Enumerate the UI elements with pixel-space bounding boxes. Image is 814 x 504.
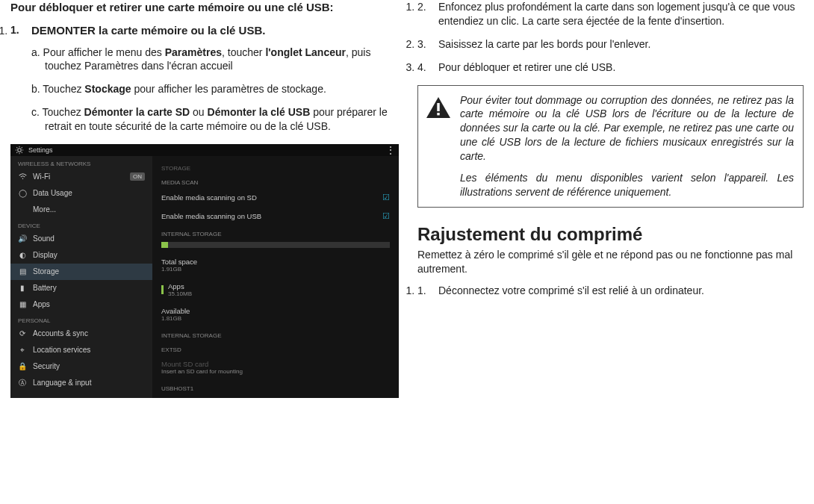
step-3: Saisissez la carte par les bords pour l'…	[417, 37, 804, 52]
sidebar-item-battery[interactable]: ▮ Battery	[10, 280, 152, 296]
sound-icon: 🔊	[18, 234, 27, 243]
left-column: Pour débloquer et retirer une carte mémo…	[0, 0, 407, 504]
svg-point-1	[22, 178, 22, 179]
wifi-toggle[interactable]: ON	[130, 172, 145, 181]
svg-rect-3	[437, 113, 439, 115]
lock-icon: 🔒	[18, 362, 27, 371]
row-scan-sd[interactable]: Enable media scanning on SD ☑	[161, 189, 390, 206]
reset-step-1: Déconnectez votre comprimé s'il est reli…	[417, 284, 804, 298]
wifi-icon	[18, 172, 27, 181]
sidebar-item-wifi[interactable]: Wi-Fi ON	[10, 169, 152, 185]
sub-b: b. Touchez Stockage pour afficher les pa…	[31, 82, 389, 96]
left-title: Pour débloquer et retirer une carte mémo…	[10, 0, 389, 15]
row-mount: Mount SD card Insert an SD card for moun…	[161, 356, 390, 379]
shot-panel: Storage MEDIA SCAN Enable media scanning…	[152, 156, 399, 398]
sync-icon: ⟳	[18, 329, 27, 338]
panel-header-extsd: EXTSD	[161, 342, 390, 355]
reset-steps: Déconnectez votre comprimé s'il est reli…	[417, 284, 804, 298]
checkbox-icon[interactable]: ☑	[382, 193, 390, 202]
panel-header-usbhost: USBHOST1	[161, 381, 390, 393]
step-4: Pour débloquer et retirer une clé USB.	[417, 60, 804, 75]
panel-header-storage: Storage	[161, 161, 390, 173]
warning-text-1: Pour éviter tout dommage ou corruption d…	[460, 93, 794, 164]
sidebar-item-apps[interactable]: ▦ Apps	[10, 296, 152, 313]
overflow-icon[interactable]: ⋮	[385, 144, 394, 156]
shot-sidebar: WIRELESS & NETWORKS Wi-Fi ON ◯ Data Usag…	[10, 156, 152, 398]
panel-header-media: MEDIA SCAN	[161, 175, 390, 187]
storage-icon: ▤	[18, 267, 27, 276]
apps-color-icon	[161, 285, 164, 294]
sidebar-item-security[interactable]: 🔒 Security	[10, 358, 152, 375]
sidebar-item-sound[interactable]: 🔊 Sound	[10, 231, 152, 247]
apps-icon: ▦	[18, 300, 27, 309]
section-title: Rajustement du comprimé	[417, 224, 804, 245]
sb-header-personal: PERSONAL	[10, 313, 152, 326]
panel-header-internal: INTERNAL STORAGE	[161, 226, 390, 239]
sidebar-item-accounts[interactable]: ⟳ Accounts & sync	[10, 326, 152, 342]
step-1-text: DEMONTER la carte mémoire ou la clé USB.	[31, 24, 265, 37]
warning-text-2: Les éléments du menu disponibles varient…	[460, 171, 794, 199]
sub-c: c. Touchez Démonter la carte SD ou Démon…	[31, 105, 389, 134]
step-2: Enfoncez plus profondément la carte dans…	[417, 0, 804, 28]
shot-title: Settings	[28, 146, 53, 154]
battery-icon: ▮	[18, 284, 27, 293]
checkbox-icon[interactable]: ☑	[382, 211, 390, 221]
sidebar-item-storage[interactable]: ▤ Storage	[10, 264, 152, 280]
data-icon: ◯	[18, 189, 27, 198]
settings-screenshot: Settings ⋮ WIRELESS & NETWORKS Wi-Fi ON …	[10, 144, 399, 376]
location-icon: ⌖	[18, 346, 27, 355]
sub-steps: a. Pour afficher le menu des Paramètres,…	[31, 46, 389, 134]
right-steps: Enfoncez plus profondément la carte dans…	[417, 0, 804, 75]
sidebar-item-language[interactable]: Ⓐ Language & input	[10, 375, 152, 391]
row-scan-usb[interactable]: Enable media scanning on USB ☑	[161, 208, 390, 225]
shot-titlebar: Settings ⋮	[10, 144, 399, 156]
step-1: DEMONTER la carte mémoire ou la clé USB.…	[10, 24, 389, 134]
gear-icon	[15, 146, 24, 155]
sidebar-item-data[interactable]: ◯ Data Usage	[10, 185, 152, 202]
sb-header-device: DEVICE	[10, 218, 152, 231]
sb-header-wireless: WIRELESS & NETWORKS	[10, 156, 152, 169]
row-apps[interactable]: Apps 35.10MB	[161, 279, 390, 302]
warning-box: Pour éviter tout dommage ou corruption d…	[417, 85, 804, 208]
sidebar-item-display[interactable]: ◐ Display	[10, 247, 152, 264]
svg-point-0	[18, 149, 22, 152]
panel-header-internal2: INTERNAL STORAGE	[161, 328, 390, 340]
storage-bar	[161, 242, 390, 248]
main-steps: DEMONTER la carte mémoire ou la clé USB.…	[10, 24, 389, 134]
right-column: Enfoncez plus profondément la carte dans…	[407, 0, 814, 504]
sidebar-item-more[interactable]: More...	[10, 202, 152, 218]
row-available: Available 1.81GB	[161, 303, 390, 326]
language-icon: Ⓐ	[18, 379, 27, 388]
warning-icon	[426, 96, 451, 119]
sidebar-item-location[interactable]: ⌖ Location services	[10, 342, 152, 358]
row-total: Total space 1.91GB	[161, 254, 390, 277]
svg-rect-2	[437, 103, 439, 111]
sub-a: a. Pour afficher le menu des Paramètres,…	[31, 46, 389, 74]
section-subtitle: Remettez à zéro le comprimé s'il gèle et…	[417, 248, 804, 276]
display-icon: ◐	[18, 251, 27, 260]
